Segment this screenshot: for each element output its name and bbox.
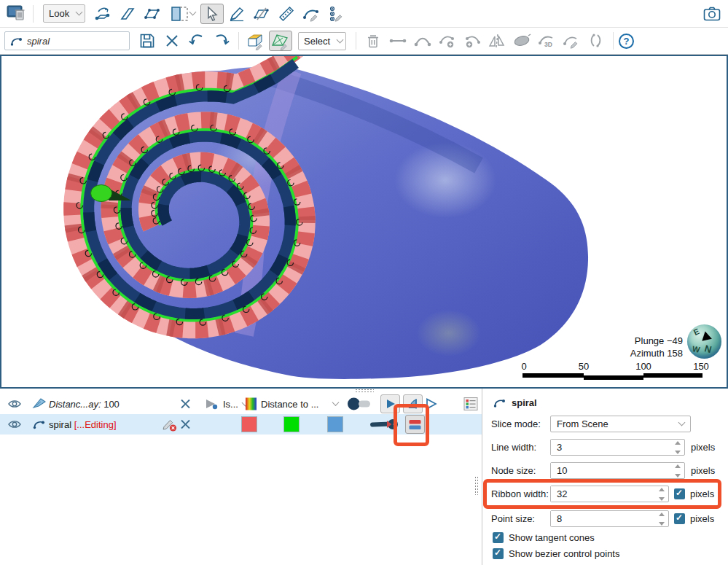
object-label: spiral [...Editing] bbox=[49, 419, 117, 430]
line-width-input[interactable] bbox=[551, 440, 671, 455]
ribbon-mode-button[interactable] bbox=[405, 415, 425, 434]
edit-volume-button[interactable] bbox=[244, 31, 267, 51]
line-width-unit: pixels bbox=[691, 442, 715, 453]
spin-down-icon[interactable] bbox=[675, 474, 681, 478]
spin-down-icon[interactable] bbox=[675, 451, 681, 454]
slice-view-button[interactable] bbox=[403, 394, 423, 413]
slicer-icon bbox=[170, 5, 190, 23]
ribbon-width-spinner[interactable] bbox=[550, 486, 669, 502]
curve-3d-icon: 3D bbox=[537, 32, 556, 50]
3d-viewport[interactable]: Plunge −49 Azimuth 158 0 50 100 150 E N … bbox=[0, 55, 728, 389]
object-name-input[interactable] bbox=[27, 36, 114, 47]
slice-mode-dropdown[interactable]: From Scene bbox=[550, 416, 691, 432]
vertical-splitter-handle[interactable] bbox=[474, 476, 479, 495]
show-bezier-control-points-option[interactable]: Show bezier control points bbox=[493, 548, 619, 559]
visibility-eye-icon[interactable] bbox=[7, 399, 22, 410]
scene-properties-button[interactable] bbox=[463, 397, 478, 411]
ribbon-width-input[interactable] bbox=[551, 486, 655, 502]
colourmap-dropdown[interactable]: Distance to ... bbox=[246, 398, 338, 410]
node-colour-swatch-green[interactable] bbox=[283, 416, 300, 432]
play-filled-button[interactable] bbox=[380, 394, 400, 413]
visibility-eye-icon[interactable] bbox=[7, 419, 22, 430]
spin-up-icon[interactable] bbox=[659, 488, 665, 491]
straight-segment-button[interactable] bbox=[386, 31, 410, 51]
play-outline-button[interactable] bbox=[425, 397, 438, 410]
stop-editing-button[interactable] bbox=[162, 417, 178, 432]
edit-points-tool-button[interactable] bbox=[324, 4, 348, 24]
draw-3d-curve-button[interactable]: 3D bbox=[535, 31, 558, 51]
screenshot-button[interactable] bbox=[700, 4, 724, 24]
chevron-down-icon bbox=[678, 419, 686, 426]
line-width-spinner[interactable] bbox=[550, 439, 685, 456]
polygon-pencil-icon bbox=[252, 5, 271, 23]
spin-up-icon[interactable] bbox=[659, 513, 665, 516]
edit-mesh-button[interactable] bbox=[269, 31, 292, 51]
remove-from-scene-button[interactable] bbox=[180, 419, 191, 430]
object-name-field[interactable] bbox=[4, 31, 130, 50]
point-size-pixels-option[interactable]: pixels bbox=[674, 513, 714, 524]
opacity-toggle[interactable] bbox=[348, 398, 370, 410]
add-node-after-button[interactable] bbox=[461, 31, 484, 51]
draw-polygon-tool-button[interactable] bbox=[141, 4, 164, 24]
point-colour-swatch-blue[interactable] bbox=[327, 416, 343, 432]
pencil-line-icon bbox=[228, 5, 246, 23]
select-mode-dropdown[interactable]: Select bbox=[298, 32, 346, 50]
spin-up-icon[interactable] bbox=[675, 441, 681, 445]
object-name: spiral bbox=[49, 419, 71, 430]
save-button[interactable] bbox=[136, 31, 159, 51]
redo-button[interactable] bbox=[210, 31, 233, 51]
look-dropdown[interactable]: Look bbox=[43, 4, 85, 23]
line-width-label: Line width: bbox=[491, 442, 536, 453]
shader-dropdown[interactable]: Is... bbox=[204, 397, 248, 410]
point-size-input[interactable] bbox=[551, 511, 655, 526]
checkbox-checked-icon[interactable] bbox=[493, 548, 504, 559]
draw-on-plane-button[interactable] bbox=[485, 31, 509, 51]
ruler-tool-button[interactable] bbox=[275, 4, 298, 24]
slicer-tool-button[interactable] bbox=[165, 4, 199, 24]
divider bbox=[613, 32, 614, 50]
scene-row-spiral[interactable]: spiral [...Editing] bbox=[0, 414, 482, 435]
select-cursor-tool-button[interactable] bbox=[200, 4, 224, 24]
clear-scene-button[interactable] bbox=[4, 4, 28, 24]
node-size-input[interactable] bbox=[551, 463, 671, 478]
chevron-down-icon bbox=[76, 9, 83, 16]
freehand-curve-button[interactable] bbox=[560, 31, 583, 51]
spin-down-icon[interactable] bbox=[659, 497, 665, 501]
show-tangent-cones-option[interactable]: Show tangent cones bbox=[493, 532, 595, 543]
node-size-spinner[interactable] bbox=[550, 462, 685, 479]
draw-on-disc-button[interactable] bbox=[510, 31, 533, 51]
point-size-spinner[interactable] bbox=[550, 510, 669, 527]
checkbox-checked-icon[interactable] bbox=[674, 513, 685, 524]
spin-down-icon[interactable] bbox=[659, 522, 665, 526]
tangent-mode-icon[interactable] bbox=[386, 419, 398, 429]
add-node-before-button[interactable] bbox=[436, 31, 459, 51]
play-icon bbox=[385, 398, 396, 410]
curved-segment-button[interactable] bbox=[411, 31, 434, 51]
edit-curve-tool-button[interactable] bbox=[300, 4, 323, 24]
ball-letter: W bbox=[692, 344, 700, 354]
delete-node-button[interactable] bbox=[361, 31, 385, 51]
orientation-ball[interactable]: E N W bbox=[687, 324, 721, 359]
shader-label: Is... bbox=[223, 399, 238, 410]
sail-icon bbox=[407, 398, 420, 410]
checkbox-checked-icon[interactable] bbox=[493, 532, 504, 543]
properties-title: spiral bbox=[512, 397, 537, 408]
chevron-down-icon bbox=[337, 36, 344, 43]
edit-polygon-tool-button[interactable] bbox=[250, 4, 273, 24]
scene-row-distance[interactable]: Distanc...ay: 100 Is... Distance to ... bbox=[0, 394, 482, 414]
checkbox-checked-icon[interactable] bbox=[674, 488, 685, 499]
spin-up-icon[interactable] bbox=[675, 464, 681, 468]
help-button[interactable]: ? bbox=[619, 34, 634, 49]
draw-line-tool-button[interactable] bbox=[225, 4, 248, 24]
split-curve-button[interactable] bbox=[584, 31, 608, 51]
undo-button[interactable] bbox=[185, 31, 208, 51]
draw-slab-tool-button[interactable] bbox=[116, 4, 139, 24]
object-label: Distanc...ay: 100 bbox=[49, 399, 120, 410]
close-editing-button[interactable] bbox=[160, 31, 184, 51]
line-colour-swatch-red[interactable] bbox=[241, 416, 257, 432]
ribbon-width-pixels-option[interactable]: pixels bbox=[674, 488, 714, 499]
remove-from-scene-button[interactable] bbox=[180, 399, 191, 410]
colourmap-label: Distance to ... bbox=[261, 399, 318, 410]
move-plane-tool-button[interactable] bbox=[91, 4, 114, 24]
undo-icon bbox=[187, 32, 206, 50]
